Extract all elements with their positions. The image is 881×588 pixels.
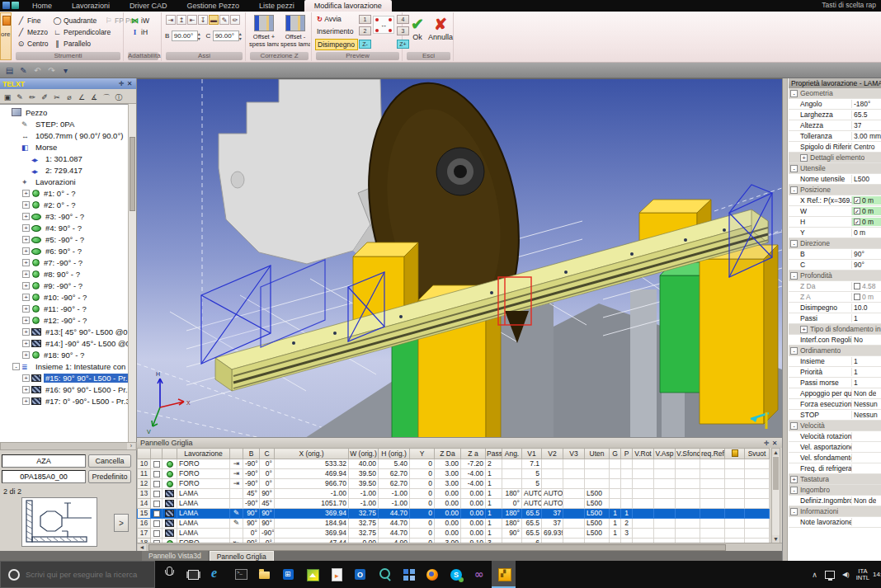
grid-cell-lav[interactable]: FORO bbox=[177, 459, 230, 469]
select-icon[interactable]: ▣ bbox=[2, 91, 13, 102]
grid-cell-svuot[interactable] bbox=[745, 489, 770, 499]
property-subsection[interactable]: +Tipo di sfondamento in Z bbox=[789, 324, 881, 335]
firefox-icon[interactable] bbox=[420, 561, 444, 588]
property-row[interactable]: Z A0 m bbox=[789, 292, 881, 303]
grid-cell-lav[interactable]: LAMA bbox=[177, 529, 230, 539]
clock[interactable]: 14: bbox=[873, 571, 881, 578]
grid-cell-w[interactable]: 40.00 bbox=[349, 459, 379, 469]
row-checkbox[interactable] bbox=[153, 471, 160, 477]
offset-plus-button[interactable]: Offset +spess lama bbox=[249, 15, 279, 48]
property-row[interactable]: Altezza37 bbox=[789, 120, 881, 131]
predefinito-button[interactable]: Predefinito bbox=[88, 470, 131, 483]
grid-cell-zda[interactable]: 3.00 bbox=[435, 479, 461, 489]
ribbon-tab-gestione-pezzo[interactable]: Gestione Pezzo bbox=[177, 0, 250, 12]
column-header-vasp[interactable]: V.Asp bbox=[654, 449, 676, 459]
grid-cell-reqref[interactable] bbox=[700, 479, 725, 489]
grid-cell-v2[interactable]: 69.939 bbox=[542, 529, 563, 539]
column-header-vrot[interactable]: V.Rot bbox=[633, 449, 654, 459]
grid-cell-v1[interactable]: 65.5 bbox=[522, 519, 542, 529]
tree-item[interactable]: +#12: -90° - ? bbox=[0, 314, 128, 326]
speaker-icon[interactable]: ◀) bbox=[842, 571, 850, 578]
grid-cell-x[interactable]: 184.94 bbox=[275, 519, 349, 529]
grid-cell-tico[interactable] bbox=[163, 499, 177, 509]
cmd-icon[interactable] bbox=[228, 561, 252, 588]
property-row[interactable]: Interf.con Regoli/Viti ...No bbox=[789, 335, 881, 346]
expander-icon[interactable]: + bbox=[800, 154, 808, 162]
close-icon[interactable]: ✕ bbox=[770, 440, 779, 447]
column-header-vsfond[interactable]: V.Sfond bbox=[676, 449, 700, 459]
b-axis-spinner[interactable]: ▴▾ bbox=[198, 31, 204, 41]
grid-cell-tool[interactable] bbox=[725, 469, 745, 479]
property-value[interactable]: 1 bbox=[852, 357, 881, 365]
checkbox[interactable]: ✓ bbox=[854, 197, 860, 204]
property-value[interactable]: 0 m bbox=[852, 293, 881, 301]
grid-cell-tico[interactable] bbox=[163, 479, 177, 489]
property-row[interactable]: Freq. di refrigerazione bbox=[789, 463, 881, 474]
grid-cell-v3[interactable] bbox=[563, 519, 585, 529]
grid-cell-y[interactable]: 0 bbox=[410, 529, 435, 539]
tree-item[interactable]: +#5: -90° - ? bbox=[0, 233, 128, 245]
property-row[interactable]: Vel. asportazione/Passo bbox=[789, 442, 881, 453]
grid-cell-b[interactable]: 90° bbox=[243, 509, 260, 519]
property-value[interactable]: 37 bbox=[852, 121, 881, 129]
column-header-cb[interactable] bbox=[151, 449, 163, 459]
property-row[interactable]: Spigolo di RiferimentoCentro bbox=[789, 142, 881, 153]
grid-cell-vsfond[interactable] bbox=[676, 489, 700, 499]
edit-icon[interactable]: ✎ bbox=[17, 66, 30, 75]
grid-cell-pass[interactable]: 2 bbox=[486, 459, 502, 469]
grid-cell-v2[interactable]: AUTO bbox=[542, 499, 563, 509]
ribbon-tab-liste-pezzi[interactable]: Liste pezzi bbox=[249, 0, 304, 12]
program-name-field[interactable] bbox=[2, 470, 86, 483]
property-row[interactable]: H✓0 m bbox=[789, 217, 881, 228]
grid-cell-v3[interactable] bbox=[563, 489, 585, 499]
grid-cell-svuot[interactable] bbox=[745, 499, 770, 509]
grid-cell-v1[interactable]: AUTO bbox=[522, 499, 542, 509]
grid-cell-h[interactable]: 44.70 bbox=[379, 519, 410, 529]
tree-item[interactable]: +#17: 0° -90°- L500 - Pr.3 @0 bbox=[0, 395, 128, 407]
grid-cell-eico[interactable]: ⇥ bbox=[230, 459, 243, 469]
grid-cell-g[interactable] bbox=[610, 479, 621, 489]
grid-cell-ang[interactable]: 180° bbox=[502, 489, 522, 499]
cancella-button[interactable]: Cancella bbox=[88, 454, 131, 468]
hidden-icons-chevron-icon[interactable]: ∧ bbox=[812, 571, 817, 579]
property-row[interactable]: Tolleranza3.00 mm bbox=[789, 131, 881, 142]
store-icon[interactable] bbox=[276, 561, 300, 588]
property-value[interactable]: 90° bbox=[852, 250, 881, 258]
property-row[interactable]: B90° bbox=[789, 249, 881, 260]
grid-cell-w[interactable]: 39.50 bbox=[349, 469, 379, 479]
partial-ribbon-button[interactable]: ore bbox=[0, 12, 12, 60]
grid-cell-reqref[interactable] bbox=[700, 519, 725, 529]
grid-cell-v1[interactable]: 7.1 bbox=[522, 459, 542, 469]
scroll-down-icon[interactable]: ▼ bbox=[772, 535, 780, 543]
grid-cell-w[interactable]: 32.75 bbox=[349, 509, 379, 519]
grid-cell-vasp[interactable] bbox=[654, 529, 676, 539]
arc-icon[interactable]: ⌒ bbox=[101, 91, 112, 102]
tree-expander-icon[interactable]: + bbox=[22, 340, 30, 347]
grid-cell-eico[interactable]: ✎ bbox=[230, 509, 243, 519]
tree-vertical-scrollbar[interactable] bbox=[128, 104, 136, 442]
property-value[interactable]: No bbox=[852, 336, 881, 344]
property-value[interactable]: 1 bbox=[852, 314, 881, 322]
grid-cell-reqref[interactable] bbox=[700, 459, 725, 469]
property-section[interactable]: -Posizione bbox=[789, 185, 881, 195]
grid-cell-tool[interactable] bbox=[725, 519, 745, 529]
grid-cell-lav[interactable]: LAMA bbox=[177, 499, 230, 509]
tree-expander-icon[interactable]: + bbox=[22, 386, 30, 393]
property-row[interactable]: Y0 m bbox=[789, 228, 881, 238]
tree-item[interactable]: +#13:[ 45° 90°- L500 @0 bbox=[0, 326, 128, 337]
property-section[interactable]: -Ingombro bbox=[789, 485, 881, 496]
grid-cell-eico[interactable]: ✎ bbox=[230, 519, 243, 529]
property-row[interactable]: Larghezza65.5 bbox=[789, 110, 881, 120]
tree-item[interactable]: +#7: -90° - ? bbox=[0, 256, 128, 268]
expander-icon[interactable]: + bbox=[790, 476, 798, 483]
scroll-right-icon[interactable]: › bbox=[127, 443, 135, 449]
search-input[interactable] bbox=[26, 570, 149, 579]
tab-pannello-griglia[interactable]: Pannello Griglia bbox=[210, 551, 274, 561]
redo-icon[interactable]: ↷ bbox=[45, 66, 58, 75]
tree-expander-icon[interactable]: + bbox=[22, 259, 30, 266]
outlook-icon[interactable] bbox=[348, 561, 372, 588]
diameter-icon[interactable]: ⌀ bbox=[64, 91, 75, 102]
tree-item[interactable]: +#8: 90° - ? bbox=[0, 268, 128, 280]
expander-icon[interactable]: + bbox=[800, 326, 808, 333]
grid-cell-pass[interactable]: 1 bbox=[486, 469, 502, 479]
